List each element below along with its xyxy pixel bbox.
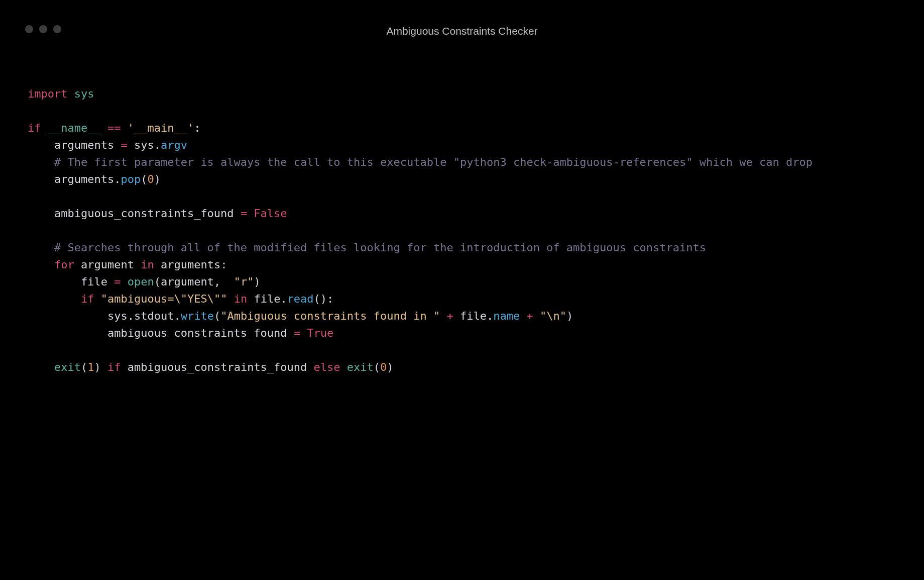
code-token: ambiguous_constraints_found <box>54 207 234 220</box>
code-token: name <box>493 310 520 322</box>
code-token: if <box>107 361 121 373</box>
code-token: file <box>460 310 487 322</box>
code-token: argv <box>161 139 187 151</box>
code-token: arguments <box>54 173 114 185</box>
code-token: pop <box>121 173 141 185</box>
code-token: : <box>194 122 200 134</box>
code-token: ambiguous_constraints_found <box>128 361 307 373</box>
code-token: . <box>128 310 134 322</box>
close-icon[interactable] <box>25 25 33 33</box>
code-token: : <box>220 258 227 271</box>
code-token: sys <box>74 87 94 100</box>
code-token: : <box>327 293 333 305</box>
code-token: open <box>128 275 154 288</box>
code-token: stdout <box>134 310 174 322</box>
code-token: 1 <box>87 361 94 373</box>
code-token: # Searches through all of the modified f… <box>54 241 706 254</box>
code-token: else <box>314 361 340 373</box>
code-token: = <box>294 327 300 339</box>
code-token: write <box>181 310 214 322</box>
code-editor[interactable]: import sys if __name__ == '__main__': ar… <box>0 30 924 376</box>
code-token: ) <box>387 361 393 373</box>
editor-window: Ambiguous Constraints Checker import sys… <box>0 0 924 580</box>
code-token: import <box>28 87 67 100</box>
code-token: argument <box>161 275 214 288</box>
code-token: file <box>81 275 107 288</box>
traffic-lights <box>25 25 61 33</box>
minimize-icon[interactable] <box>39 25 47 33</box>
code-token: arguments <box>54 139 114 151</box>
code-token: 0 <box>147 173 154 185</box>
code-token: '__main__' <box>128 122 194 134</box>
code-token: . <box>154 139 161 151</box>
code-token: ambiguous_constraints_found <box>107 327 287 339</box>
code-token: "ambiguous=\"YES\"" <box>101 293 227 305</box>
code-token: . <box>280 293 287 305</box>
code-token: True <box>307 327 333 339</box>
zoom-icon[interactable] <box>53 25 61 33</box>
code-token: + <box>447 310 453 322</box>
code-token: exit <box>347 361 374 373</box>
window-title: Ambiguous Constraints Checker <box>386 25 537 37</box>
code-token: read <box>287 293 314 305</box>
code-token: "Ambiguous constraints found in " <box>220 310 440 322</box>
code-token: arguments <box>161 258 220 271</box>
code-token: ) <box>94 361 100 373</box>
code-token: ) <box>254 275 260 288</box>
code-token: argument <box>81 258 134 271</box>
code-token: ( <box>141 173 147 185</box>
code-token: ) <box>154 173 161 185</box>
code-token: in <box>234 293 248 305</box>
code-token: , <box>214 275 220 288</box>
code-token: ) <box>566 310 573 322</box>
code-token: . <box>174 310 180 322</box>
code-token: sys <box>107 310 128 322</box>
code-token: = <box>121 139 127 151</box>
code-token: ( <box>154 275 161 288</box>
code-token: . <box>487 310 493 322</box>
code-token: ( <box>374 361 380 373</box>
code-token: () <box>314 293 327 305</box>
code-token: if <box>28 122 41 134</box>
code-token: file <box>254 293 280 305</box>
code-token: = <box>241 207 247 220</box>
code-token: 0 <box>380 361 387 373</box>
code-token: "\n" <box>540 310 566 322</box>
titlebar: Ambiguous Constraints Checker <box>0 0 924 30</box>
code-token: sys <box>134 139 154 151</box>
code-token: __name__ <box>48 122 101 134</box>
code-token: in <box>141 258 154 271</box>
code-token: ( <box>81 361 87 373</box>
code-token: exit <box>54 361 81 373</box>
code-token: False <box>254 207 287 220</box>
code-token: if <box>81 293 94 305</box>
code-token: = <box>114 275 121 288</box>
code-token: "r" <box>234 275 254 288</box>
code-token: == <box>107 122 121 134</box>
code-token: . <box>114 173 121 185</box>
code-token: for <box>54 258 74 271</box>
code-token: # The first parameter is always the call… <box>54 156 813 168</box>
code-token: + <box>526 310 533 322</box>
code-token: ( <box>214 310 220 322</box>
